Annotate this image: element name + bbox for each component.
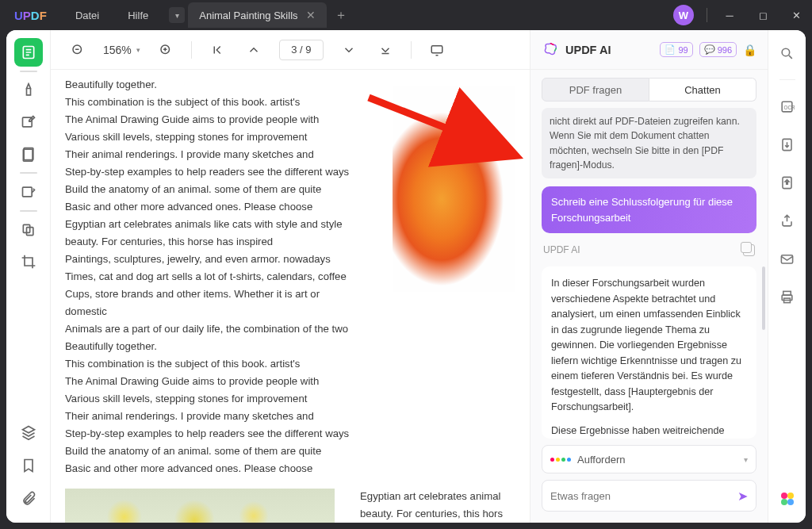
batch-tool[interactable] [14, 216, 43, 244]
attachment-tool[interactable] [14, 485, 43, 513]
add-tab-button[interactable]: ＋ [335, 7, 347, 24]
left-tool-rail [6, 30, 51, 523]
tabs-dropdown[interactable]: ▾ [169, 7, 185, 23]
tab-chatten[interactable]: Chatten [649, 78, 756, 102]
ai-message: In dieser Forschungsarbeit wurden versch… [542, 266, 756, 439]
crop-tool[interactable] [14, 247, 43, 276]
page-tool[interactable] [14, 140, 43, 168]
maximize-button[interactable]: ◻ [747, 3, 779, 27]
export-icon[interactable] [776, 171, 799, 194]
lock-icon[interactable]: 🔒 [743, 44, 756, 56]
document-viewport[interactable]: Beautifully together.This combination is… [51, 70, 530, 523]
next-page-button[interactable] [338, 39, 360, 61]
avatar[interactable]: W [673, 5, 694, 25]
svg-point-20 [787, 493, 794, 499]
text-edit-tool[interactable] [14, 108, 43, 136]
ai-sender-label: UPDF AI [543, 243, 580, 257]
menu-help[interactable]: Hilfe [113, 10, 163, 21]
chat-input-bar: ➤ [542, 480, 756, 512]
zoom-out-button[interactable] [67, 39, 89, 61]
close-window-button[interactable]: ✕ [780, 3, 812, 27]
view-toolbar: 156% [51, 30, 530, 70]
bookmark-tool[interactable] [14, 451, 43, 480]
form-tool[interactable] [14, 178, 43, 206]
svg-rect-9 [431, 45, 442, 52]
send-icon[interactable]: ➤ [737, 489, 748, 504]
zoom-level[interactable]: 156% [103, 44, 140, 56]
layers-tool[interactable] [14, 418, 43, 447]
document-text-column-2: Egyptian art celebrates animalbeauty. Fo… [360, 488, 503, 523]
mail-icon[interactable] [776, 247, 799, 270]
credits-badge-1[interactable]: 📄99 [660, 42, 692, 57]
svg-point-22 [787, 499, 794, 505]
search-icon[interactable] [776, 41, 799, 65]
chat-thread[interactable]: nicht direkt auf PDF-Dateien zugreifen k… [530, 108, 768, 439]
document-image-fox [393, 86, 515, 292]
svg-point-19 [781, 493, 787, 499]
reader-tool[interactable] [14, 38, 43, 67]
right-tool-rail: OCR [768, 30, 806, 523]
svg-text:OCR: OCR [784, 104, 795, 109]
tab-pdf-fragen[interactable]: PDF fragen [542, 78, 649, 102]
chat-scrollbar[interactable] [762, 266, 765, 330]
page-input[interactable] [279, 40, 324, 60]
ocr-icon[interactable]: OCR [776, 94, 799, 118]
first-page-button[interactable] [206, 39, 228, 61]
presentation-button[interactable] [426, 39, 448, 61]
document-image-flowers [65, 489, 335, 523]
tab-title: Animal Painting Skills [199, 10, 297, 21]
updf-ai-logo-icon [542, 41, 559, 59]
app-logo: UPDF [0, 9, 61, 22]
credits-badge-2[interactable]: 💬996 [699, 42, 737, 57]
chat-input[interactable] [550, 490, 737, 502]
ai-launch-icon[interactable] [778, 489, 797, 508]
close-icon[interactable]: ✕ [306, 9, 316, 21]
minimize-button[interactable]: ─ [714, 3, 745, 27]
system-message: nicht direkt auf PDF-Dateien zugreifen k… [542, 108, 756, 178]
prompt-dots-icon [550, 458, 571, 462]
svg-rect-4 [22, 187, 32, 197]
last-page-button[interactable] [374, 39, 396, 61]
copy-icon[interactable] [743, 244, 755, 256]
ai-panel: UPDF AI 📄99 💬996 🔒 PDF fragen Chatten ni… [530, 30, 768, 523]
chevron-down-icon: ▾ [744, 455, 748, 464]
svg-point-21 [781, 499, 787, 505]
document-text-column: Beautifully together.This combination is… [65, 76, 361, 477]
menu-file[interactable]: Datei [61, 10, 113, 21]
document-tab[interactable]: Animal Painting Skills ✕ [188, 2, 326, 28]
zoom-in-button[interactable] [155, 39, 177, 61]
svg-rect-15 [781, 255, 792, 263]
print-icon[interactable] [776, 285, 799, 309]
user-message: Schreib eine Schlussfolgerung für diese … [542, 186, 756, 233]
compress-icon[interactable] [776, 132, 799, 156]
highlight-tool[interactable] [14, 76, 43, 105]
prompt-selector[interactable]: Auffordern ▾ [542, 445, 756, 473]
svg-point-10 [782, 48, 790, 56]
share-icon[interactable] [776, 209, 799, 232]
prev-page-button[interactable] [243, 39, 265, 61]
ai-panel-title: UPDF AI [565, 44, 653, 56]
